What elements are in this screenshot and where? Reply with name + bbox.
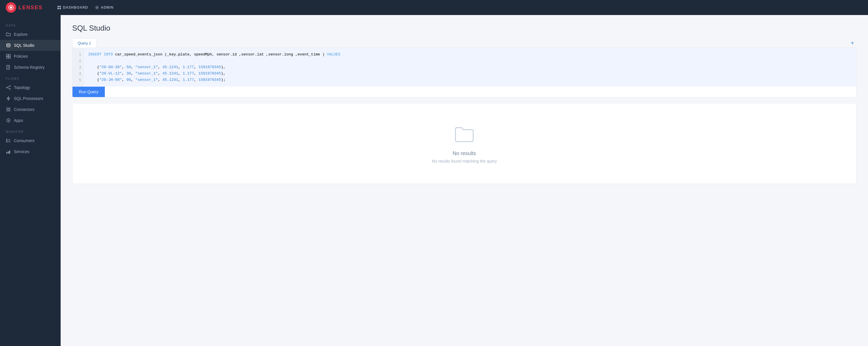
circle-icon <box>6 118 11 123</box>
code-content[interactable]: INSERT INTO car_speed_events_json (_key.… <box>84 48 856 87</box>
svg-rect-11 <box>9 57 10 58</box>
sidebar-item-apps[interactable]: Apps <box>0 115 61 126</box>
main-layout: DATA Explore SQL Studio <box>0 15 868 346</box>
svg-rect-9 <box>9 54 10 56</box>
svg-rect-4 <box>58 8 59 9</box>
logo-area: LENSES <box>6 2 43 13</box>
sidebar-item-sql-processors[interactable]: SQL Processors <box>0 93 61 104</box>
sidebar-item-topology[interactable]: Topology <box>0 82 61 93</box>
sidebar-item-consumers[interactable]: Consumers <box>0 135 61 146</box>
query-editor[interactable]: 1 2 3 4 5 INSERT INTO car_speed_events_j… <box>72 48 856 87</box>
content-area: SQL Studio Query 1 + 1 2 3 4 5 INSERT <box>61 15 868 346</box>
sidebar-item-explore[interactable]: Explore <box>0 29 61 40</box>
sidebar-item-connectors[interactable]: Connectors <box>0 104 61 115</box>
sidebar-item-schema-registry[interactable]: Schema Registry <box>0 62 61 73</box>
list-icon <box>6 138 11 143</box>
run-query-button[interactable]: Run Query <box>72 87 105 97</box>
database-icon <box>6 43 11 48</box>
sidebar-item-label: Schema Registry <box>14 65 45 70</box>
flows-section-label: FLOWS <box>0 73 61 82</box>
svg-rect-10 <box>6 57 8 58</box>
line-numbers: 1 2 3 4 5 <box>72 48 84 87</box>
no-results-subtitle: No results found matching the query <box>432 159 497 163</box>
sidebar-item-policies[interactable]: Policies <box>0 51 61 62</box>
page-title: SQL Studio <box>72 24 857 33</box>
svg-rect-8 <box>6 54 8 56</box>
sidebar-item-label: Apps <box>14 118 23 123</box>
nav-links: DASHBOARD ADMIN <box>57 5 114 9</box>
doc-icon <box>6 65 11 70</box>
svg-point-17 <box>6 87 7 88</box>
results-area: No results No results found matching the… <box>72 103 857 184</box>
query-tab-row: Query 1 + <box>72 38 857 48</box>
svg-point-7 <box>7 43 10 45</box>
sidebar-item-label: Consumers <box>14 138 35 143</box>
sidebar-item-sql-studio[interactable]: SQL Studio <box>0 40 61 51</box>
sidebar-item-label: SQL Studio <box>14 43 34 48</box>
svg-rect-29 <box>6 152 7 154</box>
dashboard-nav-link[interactable]: DASHBOARD <box>57 5 88 9</box>
monitor-section-label: MONITOR <box>0 126 61 135</box>
svg-point-22 <box>8 120 9 121</box>
puzzle-icon <box>6 107 11 112</box>
query-tab-1[interactable]: Query 1 <box>72 38 96 48</box>
no-results-icon <box>454 124 474 145</box>
topnav: LENSES DASHBOARD ADMIN <box>0 0 868 15</box>
svg-point-18 <box>9 88 10 90</box>
query-panel: 1 2 3 4 5 INSERT INTO car_speed_events_j… <box>72 48 857 97</box>
logo-text: LENSES <box>19 5 43 11</box>
bolt-icon <box>6 96 11 101</box>
svg-point-0 <box>10 6 12 9</box>
share-icon <box>6 85 11 90</box>
sidebar-item-label: Connectors <box>14 107 35 112</box>
svg-rect-30 <box>8 151 9 154</box>
sidebar-item-label: Services <box>14 149 29 154</box>
svg-line-20 <box>7 88 9 89</box>
svg-rect-5 <box>60 8 61 9</box>
add-query-button[interactable]: + <box>848 39 857 48</box>
grid-icon <box>6 54 11 59</box>
sidebar-item-services[interactable]: Services <box>0 146 61 157</box>
sidebar-item-label: Explore <box>14 32 27 37</box>
sidebar: DATA Explore SQL Studio <box>0 15 61 346</box>
svg-rect-31 <box>9 151 10 154</box>
svg-rect-2 <box>58 6 59 7</box>
svg-line-19 <box>7 86 9 87</box>
admin-gear-icon <box>95 5 99 9</box>
sidebar-item-label: SQL Processors <box>14 96 43 101</box>
no-results-title: No results <box>453 151 476 157</box>
svg-rect-25 <box>6 141 7 143</box>
code-area: 1 2 3 4 5 INSERT INTO car_speed_events_j… <box>72 48 856 87</box>
svg-rect-3 <box>60 6 61 7</box>
bar-chart-icon <box>6 149 11 154</box>
dashboard-icon <box>57 5 61 9</box>
folder-icon <box>6 32 11 37</box>
svg-rect-24 <box>6 140 7 141</box>
svg-point-16 <box>9 86 10 87</box>
lenses-logo-icon <box>6 2 16 13</box>
admin-nav-link[interactable]: ADMIN <box>95 5 114 9</box>
svg-point-6 <box>96 7 98 8</box>
sidebar-item-label: Policies <box>14 54 28 59</box>
svg-rect-23 <box>6 139 7 140</box>
sidebar-item-label: Topology <box>14 85 30 90</box>
data-section-label: DATA <box>0 20 61 29</box>
